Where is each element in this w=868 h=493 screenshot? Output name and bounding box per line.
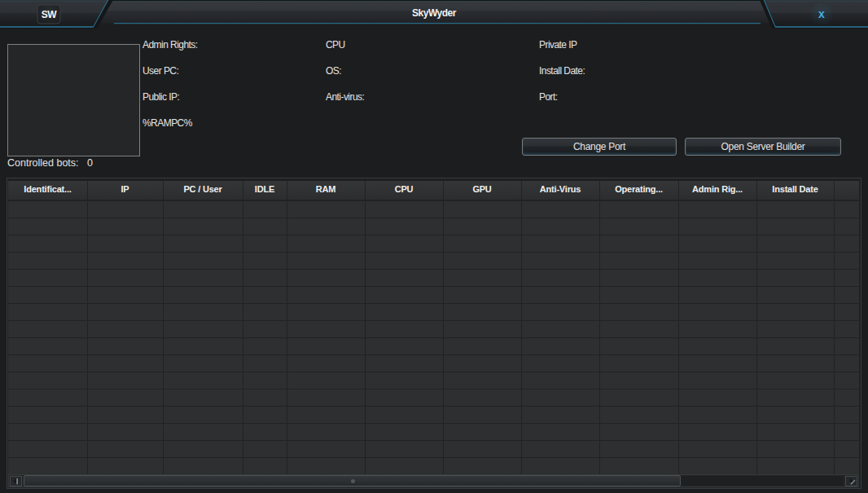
svg-text:x: x xyxy=(818,7,825,20)
svg-text:SW: SW xyxy=(42,9,58,20)
svg-text:SkyWyder: SkyWyder xyxy=(412,7,457,19)
